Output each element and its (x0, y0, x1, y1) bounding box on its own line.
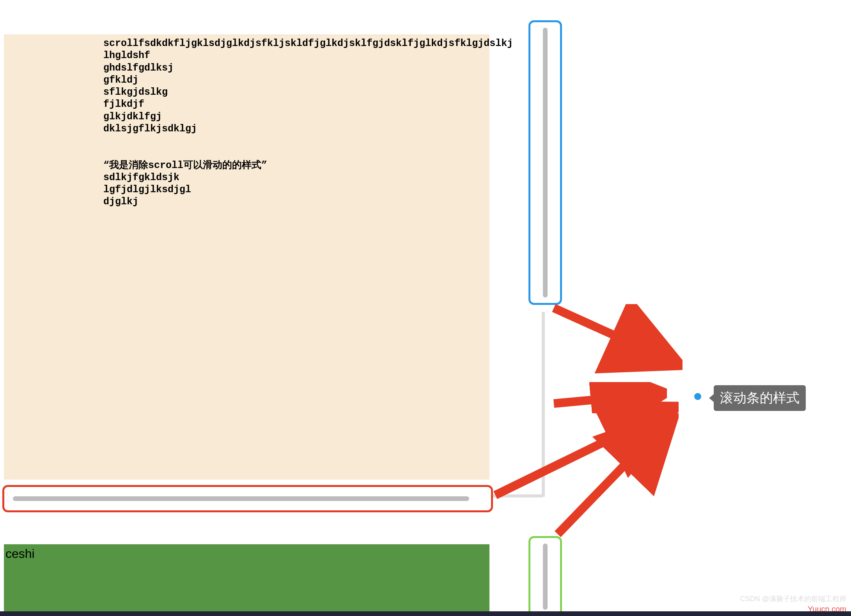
svg-line-0 (554, 308, 675, 363)
bottom-strip (0, 611, 851, 616)
svg-line-1 (554, 394, 659, 404)
panel-2-label: ceshi (5, 547, 35, 561)
panel-1-text: scrollfsdkdkfljgklsdjglkdjsfkljskldfjglk… (103, 37, 513, 208)
vertical-scrollbar-thumb[interactable] (543, 28, 548, 297)
scroll-demo-panel-2: ceshi (4, 544, 489, 616)
outer-vertical-track (542, 312, 545, 497)
annotation-arrow-4 (554, 413, 679, 538)
annotation-arrow-1 (550, 304, 683, 382)
svg-line-2 (495, 409, 671, 495)
vertical-scrollbar-thumb-green[interactable] (543, 543, 548, 610)
annotation-arrow-3 (491, 402, 679, 499)
horizontal-scrollbar-highlight-red (2, 485, 493, 512)
vertical-scrollbar-highlight-green (528, 536, 562, 616)
tooltip-dot-icon (694, 393, 701, 400)
vertical-scrollbar-highlight-blue (528, 20, 562, 305)
outer-horizontal-track (493, 494, 543, 497)
horizontal-scrollbar-thumb[interactable] (13, 496, 469, 501)
svg-line-3 (558, 417, 671, 534)
annotation-arrow-2 (550, 382, 667, 413)
scrollbar-style-tooltip: 滚动条的样式 (714, 385, 806, 411)
csdn-watermark: CSDN @满脑子技术的前端工程师 (740, 594, 846, 604)
